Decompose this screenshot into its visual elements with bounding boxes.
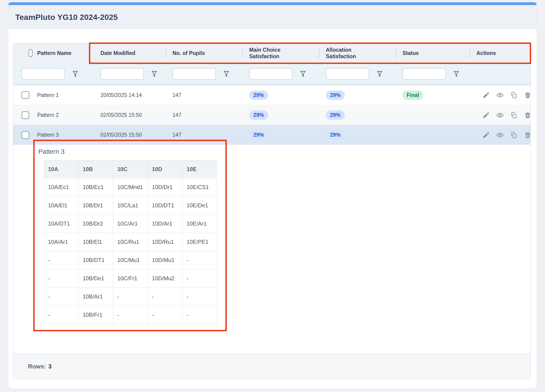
card-header: TeamPluto YG10 2024-2025 xyxy=(8,5,537,29)
subtable-row: - 10B/Ar1 - - - xyxy=(44,288,217,306)
funnel-icon[interactable] xyxy=(72,70,79,78)
main-choice-badge: 29% xyxy=(249,110,268,120)
trash-icon[interactable] xyxy=(524,92,531,99)
subtable-header-10E: 10E xyxy=(182,160,217,178)
subtable-header-10A: 10A xyxy=(44,160,79,178)
subtable-cell: 10B/Ar1 xyxy=(79,288,113,306)
copy-icon[interactable] xyxy=(510,111,518,119)
filter-input-no-of-pupils[interactable] xyxy=(173,68,216,80)
table-row[interactable]: Pattern 3 02/05/2025 15:50 147 29% 29% xyxy=(13,125,530,145)
subtable-cell: 10C/Ar1 xyxy=(113,215,148,233)
select-all-checkbox[interactable] xyxy=(28,49,33,57)
funnel-icon[interactable] xyxy=(223,70,230,78)
subtable-cell: 10B/Dr1 xyxy=(79,196,113,215)
pattern-name-cell: Pattern 2 xyxy=(33,112,93,118)
allocation-badge: 29% xyxy=(326,91,345,100)
filter-cell-status xyxy=(396,63,470,85)
filter-input-status[interactable] xyxy=(403,68,446,80)
subtable-row: 10A/Ar1 10B/El1 10C/Ru1 10D/Ru1 10E/PE1 xyxy=(44,233,217,251)
subtable-cell: 10C/Fr1 xyxy=(113,270,148,288)
date-modified-cell: 20/05/2025 14:14 xyxy=(93,92,166,98)
filter-cell-allocation xyxy=(319,63,396,85)
filter-input-pattern-name[interactable] xyxy=(21,68,65,80)
subtable-cell: 10A/Ec1 xyxy=(44,178,79,196)
column-header-pattern-name[interactable]: Pattern Name xyxy=(33,43,93,63)
subtable-cell: 10B/Fr1 xyxy=(79,306,113,324)
funnel-icon[interactable] xyxy=(376,70,383,78)
subtable-cell: 10C/La1 xyxy=(113,196,148,215)
filter-input-main-choice[interactable] xyxy=(249,68,293,80)
expanded-pattern-title: Pattern 3 xyxy=(13,145,530,155)
patterns-table: Pattern Name Date Modified No. of Pupils… xyxy=(13,43,531,379)
subtable-cell: 10D/Mu1 xyxy=(148,251,182,270)
subtable-cell: 10E/PE1 xyxy=(182,233,217,251)
pencil-icon[interactable] xyxy=(483,111,490,119)
eye-icon[interactable] xyxy=(496,92,504,99)
table-row[interactable]: Pattern 1 20/05/2025 14:14 147 29% 29% F… xyxy=(13,85,530,105)
main-choice-badge: 29% xyxy=(249,91,268,100)
funnel-icon[interactable] xyxy=(453,70,460,78)
subtable-cell: 10E/Ar1 xyxy=(182,215,217,233)
column-header-main-choice-satisfaction[interactable]: Main Choice Satisfaction xyxy=(242,43,319,63)
column-header-no-of-pupils[interactable]: No. of Pupils xyxy=(166,43,242,63)
allocation-cell: 29% xyxy=(319,110,396,120)
eye-icon[interactable] xyxy=(496,111,504,119)
subtable-cell: - xyxy=(148,288,182,306)
column-header-status[interactable]: Status xyxy=(396,43,470,63)
subtable-cell: 10B/DT1 xyxy=(79,251,113,270)
subtable-cell: - xyxy=(44,251,79,270)
column-header-actions[interactable]: Actions xyxy=(470,43,530,63)
subtable-cell: 10E/CS1 xyxy=(182,178,217,196)
trash-icon[interactable] xyxy=(524,131,531,139)
allocation-cell: 29% xyxy=(319,91,396,100)
pattern-name-cell: Pattern 3 xyxy=(33,132,93,138)
subtable-cell: 10D/Ar1 xyxy=(148,215,182,233)
subtable-cell: 10A/DT1 xyxy=(44,215,79,233)
subtable-cell: - xyxy=(182,270,217,288)
pencil-icon[interactable] xyxy=(483,131,490,139)
main-choice-cell: 29% xyxy=(242,91,319,100)
filter-input-allocation[interactable] xyxy=(326,68,369,80)
table-row[interactable]: Pattern 2 02/05/2025 15:50 147 29% 29% xyxy=(13,105,530,125)
row-checkbox[interactable] xyxy=(21,91,29,99)
row-checkbox[interactable] xyxy=(21,131,29,139)
subtable-header-row: 10A 10B 10C 10D 10E xyxy=(44,160,217,178)
subtable-row: 10A/El1 10B/Dr1 10C/La1 10D/DT1 10E/De1 xyxy=(44,196,217,215)
subtable-cell: 10A/El1 xyxy=(44,196,79,215)
subtable-row: - 10B/De1 10C/Fr1 10D/Mu2 - xyxy=(44,270,217,288)
row-checkbox-cell xyxy=(13,131,33,139)
allocation-badge: 29% xyxy=(326,110,345,120)
eye-icon[interactable] xyxy=(496,131,504,139)
select-all-cell xyxy=(13,43,33,63)
copy-icon[interactable] xyxy=(510,131,518,139)
subtable-cell: 10D/Mu2 xyxy=(148,270,182,288)
filter-input-date-modified[interactable] xyxy=(100,68,144,80)
subtable-row: - 10B/DT1 10C/Mu1 10D/Mu1 - xyxy=(44,251,217,270)
trash-icon[interactable] xyxy=(524,111,531,119)
subtable-cell: 10E/De1 xyxy=(182,196,217,215)
column-header-date-modified[interactable]: Date Modified xyxy=(93,43,166,63)
subtable-cell: 10C/Mu1 xyxy=(113,251,148,270)
filter-cell-date-modified xyxy=(93,63,166,85)
subtable-row: 10A/Ec1 10B/Ec1 10C/Mnd1 10D/Dr1 10E/CS1 xyxy=(44,178,217,196)
row-checkbox[interactable] xyxy=(21,111,29,119)
subtable-cell: 10D/Dr1 xyxy=(148,178,182,196)
subtable-cell: 10B/El1 xyxy=(79,233,113,251)
subtable-cell: - xyxy=(148,306,182,324)
filter-cell-no-of-pupils xyxy=(166,63,242,85)
pencil-icon[interactable] xyxy=(483,92,490,99)
copy-icon[interactable] xyxy=(510,92,518,99)
subtable-cell: 10B/Ec1 xyxy=(79,178,113,196)
funnel-icon[interactable] xyxy=(299,70,306,78)
subtable-cell: 10D/Ru1 xyxy=(148,233,182,251)
filter-cell-actions-empty xyxy=(470,63,530,85)
funnel-icon[interactable] xyxy=(151,70,158,78)
filter-cell-main-choice xyxy=(242,63,319,85)
subtable-cell: - xyxy=(44,288,79,306)
main-choice-cell: 29% xyxy=(242,110,319,120)
date-modified-cell: 02/05/2025 15:50 xyxy=(93,132,166,138)
subtable-cell: - xyxy=(182,251,217,270)
column-header-allocation-satisfaction[interactable]: Allocation Satisfaction xyxy=(319,43,396,63)
date-modified-cell: 02/05/2025 15:50 xyxy=(93,112,166,118)
subtable-cell: - xyxy=(44,270,79,288)
